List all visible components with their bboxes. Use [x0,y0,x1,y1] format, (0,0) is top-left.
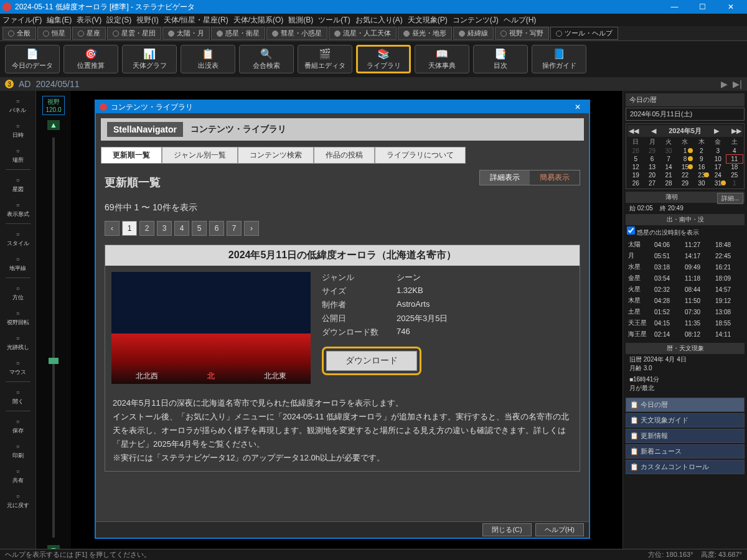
page-button[interactable]: 1 [122,221,137,236]
library-tab[interactable]: ライブラリについて [375,147,466,164]
calendar-day[interactable]: 17 [710,163,726,171]
calendar-day[interactable]: 11 [726,155,743,163]
left-tool-button[interactable]: ▫開く [2,386,34,407]
fov-up-button[interactable]: ▲ [47,120,60,130]
cal-prev-month-icon[interactable]: ◀ [651,127,656,135]
cal-next-month-icon[interactable]: ▶ [714,127,719,135]
calendar-day[interactable]: 4 [726,147,743,155]
calendar-day[interactable]: 16 [693,163,710,171]
calendar-day[interactable]: 3 [710,147,726,155]
menu-item[interactable]: 天文現象(P) [408,15,448,26]
calendar-day[interactable]: 30 [660,147,677,155]
calendar-day[interactable]: 8 [677,155,693,163]
menu-item[interactable]: ヘルプ(H) [504,15,537,26]
panel-link[interactable]: 📋 更新情報 [626,429,745,443]
library-tab[interactable]: 更新順一覧 [101,147,162,164]
calendar-day[interactable]: 1 [726,179,743,187]
calendar-day[interactable]: 21 [660,171,677,179]
left-tool-button[interactable]: ▫印刷 [2,440,34,461]
category-tab[interactable]: 星座 [72,27,106,40]
calendar-day[interactable]: 6 [644,155,660,163]
step-forward-icon[interactable]: ▶ [721,79,728,89]
calendar-day[interactable]: 31 [710,179,726,187]
download-button[interactable]: ダウンロード [326,351,417,371]
dialog-help-button[interactable]: ヘルプ(H) [535,523,584,536]
category-tab[interactable]: 視野・写野 [495,27,549,40]
calendar-day[interactable]: 22 [677,171,693,179]
toolbar-button[interactable]: 📊天体グラフ [122,45,177,73]
calendar-day[interactable]: 29 [644,147,660,155]
maximize-button[interactable]: ☐ [688,0,716,14]
toolbar-button[interactable]: 📋出没表 [181,45,235,73]
calendar-day[interactable]: 9 [693,155,710,163]
calendar-day[interactable]: 19 [627,171,644,179]
calendar-day[interactable]: 28 [660,179,677,187]
page-button[interactable]: 4 [174,221,189,236]
left-tool-button[interactable]: ▫共有 [2,465,34,486]
detail-view-tab[interactable]: 詳細表示 [480,170,530,185]
toolbar-button[interactable]: 🎬番組エディタ [298,45,352,73]
left-tool-button[interactable]: ▫方位 [2,282,34,303]
fov-indicator[interactable]: 視野 120.0 [42,96,64,115]
calendar-day[interactable]: 10 [710,155,726,163]
menu-item[interactable]: お気に入り(A) [355,15,403,26]
detail-button[interactable]: 詳細... [717,193,743,204]
panel-link[interactable]: 📋 カスタムコントロール [626,460,745,474]
left-tool-button[interactable]: ▫星図 [2,174,34,195]
calendar-day[interactable]: 13 [644,163,660,171]
fov-slider[interactable] [52,138,55,538]
menu-item[interactable]: 視野(I) [136,15,158,26]
calendar-day[interactable]: 15 [677,163,693,171]
panel-link[interactable]: 📋 天文現象ガイド [626,413,745,427]
page-button[interactable]: › [244,221,259,236]
left-tool-button[interactable]: ▫視野回転 [2,307,34,328]
calendar-day[interactable]: 26 [627,179,644,187]
menu-item[interactable]: 天体/太陽系(O) [233,15,284,26]
library-tab[interactable]: ジャンル別一覧 [162,147,238,164]
category-tab[interactable]: 星雲・星団 [107,27,161,40]
left-tool-button[interactable]: ▫地平線 [2,253,34,274]
cal-prev-year-icon[interactable]: ◀◀ [629,127,639,135]
step-end-icon[interactable]: ▶| [733,79,742,89]
menu-item[interactable]: 観測(B) [288,15,313,26]
page-button[interactable]: ‹ [105,221,120,236]
left-tool-button[interactable]: ▫表示形式 [2,198,34,220]
left-tool-button[interactable]: ▫元に戻す [2,490,34,511]
left-tool-button[interactable]: ▫スタイル [2,228,34,249]
calendar-day[interactable]: 14 [660,163,677,171]
calendar-day[interactable]: 24 [710,171,726,179]
calendar-day[interactable]: 29 [677,179,693,187]
page-button[interactable]: 7 [227,221,242,236]
category-tab[interactable]: 経緯線 [453,27,494,40]
calendar-day[interactable]: 20 [644,171,660,179]
cal-next-year-icon[interactable]: ▶▶ [731,127,741,135]
date-value[interactable]: 2024/05/11 [35,79,79,89]
toolbar-button[interactable]: 📖天体事典 [415,45,469,73]
left-tool-button[interactable]: ▫光跡残し [2,332,34,353]
menu-item[interactable]: ファイル(F) [2,15,42,26]
calendar-day[interactable]: 25 [726,171,743,179]
calendar-day[interactable]: 2 [693,147,710,155]
dialog-close-icon[interactable]: ✕ [570,103,585,111]
toolbar-button[interactable]: 📑目次 [473,45,528,73]
calendar-day[interactable]: 27 [644,179,660,187]
category-tab[interactable]: ツール・ヘルプ [550,27,618,40]
category-tab[interactable]: 太陽・月 [162,27,210,40]
category-tab[interactable]: 恒星 [37,27,71,40]
calendar-day[interactable]: 30 [693,179,710,187]
toolbar-button[interactable]: 📘操作ガイド [532,45,586,73]
planets-checkbox[interactable] [627,226,635,235]
calendar-day[interactable]: 1 [677,147,693,155]
page-button[interactable]: 2 [139,221,154,236]
page-button[interactable]: 6 [209,221,224,236]
library-tab[interactable]: コンテンツ検索 [238,147,314,164]
simple-view-tab[interactable]: 簡易表示 [530,170,580,185]
category-tab[interactable]: 流星・人工天体 [329,27,397,40]
toolbar-button[interactable]: 📄今日のデータ [5,45,60,73]
menu-item[interactable]: 編集(E) [47,15,72,26]
toolbar-button[interactable]: 🎯位置推算 [63,45,118,73]
page-button[interactable]: 5 [192,221,207,236]
left-tool-button[interactable]: ▫保存 [2,415,34,436]
calendar-day[interactable]: 7 [660,155,677,163]
panel-link[interactable]: 📋 新着ニュース [626,444,745,459]
